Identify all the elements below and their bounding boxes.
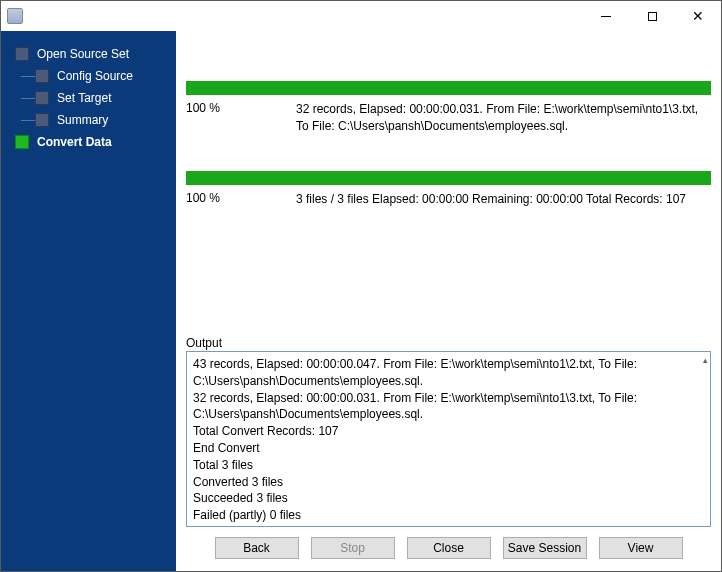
total-progress-block: 100 % 3 files / 3 files Elapsed: 00:00:0… (186, 171, 711, 208)
sidebar-item-open-source-set[interactable]: Open Source Set (1, 43, 176, 65)
window-controls: ✕ (583, 1, 721, 31)
back-button[interactable]: Back (215, 537, 299, 559)
output-line: Converted 3 files (193, 474, 704, 491)
total-progress-percent: 100 % (186, 191, 256, 208)
output-line: Failed (partly) 0 files (193, 507, 704, 524)
tree-node-icon (35, 69, 49, 83)
output-textbox[interactable]: ▴ 43 records, Elapsed: 00:00:00.047. Fro… (186, 351, 711, 527)
output-line: 43 records, Elapsed: 00:00:00.047. From … (193, 356, 704, 390)
sidebar-item-label: Set Target (57, 91, 111, 105)
main-panel: 100 % 32 records, Elapsed: 00:00:00.031.… (176, 31, 721, 571)
maximize-button[interactable] (629, 1, 675, 31)
minimize-button[interactable] (583, 1, 629, 31)
total-progress-info: 100 % 3 files / 3 files Elapsed: 00:00:0… (186, 191, 711, 208)
close-button[interactable]: Close (407, 537, 491, 559)
close-window-button[interactable]: ✕ (675, 1, 721, 31)
view-button[interactable]: View (599, 537, 683, 559)
file-progress-details: 32 records, Elapsed: 00:00:00.031. From … (296, 101, 711, 135)
file-progress-percent: 100 % (186, 101, 256, 135)
sidebar-item-label: Open Source Set (37, 47, 129, 61)
sidebar-item-summary[interactable]: Summary (1, 109, 176, 131)
scroll-up-icon[interactable]: ▴ (703, 354, 708, 367)
sidebar-item-label: Summary (57, 113, 108, 127)
sidebar: Open Source Set Config Source Set Target… (1, 31, 176, 571)
tree-node-icon (35, 113, 49, 127)
sidebar-item-set-target[interactable]: Set Target (1, 87, 176, 109)
progress-area: 100 % 32 records, Elapsed: 00:00:00.031.… (186, 31, 711, 330)
output-label: Output (186, 336, 711, 350)
tree-node-icon (15, 135, 29, 149)
stop-button: Stop (311, 537, 395, 559)
output-line: 32 records, Elapsed: 00:00:00.031. From … (193, 390, 704, 424)
sidebar-item-config-source[interactable]: Config Source (1, 65, 176, 87)
total-progress-bar (186, 171, 711, 185)
file-progress-block: 100 % 32 records, Elapsed: 00:00:00.031.… (186, 81, 711, 135)
sidebar-item-label: Convert Data (37, 135, 112, 149)
sidebar-item-label: Config Source (57, 69, 133, 83)
app-window: ✕ Open Source Set Config Source Set Targ… (0, 0, 722, 572)
button-row: Back Stop Close Save Session View (186, 527, 711, 563)
file-progress-bar (186, 81, 711, 95)
total-progress-details: 3 files / 3 files Elapsed: 00:00:00 Rema… (296, 191, 711, 208)
titlebar: ✕ (1, 1, 721, 31)
tree-node-icon (15, 47, 29, 61)
output-line: Succeeded 3 files (193, 490, 704, 507)
body-area: Open Source Set Config Source Set Target… (1, 31, 721, 571)
file-progress-info: 100 % 32 records, Elapsed: 00:00:00.031.… (186, 101, 711, 135)
output-line: Total Convert Records: 107 (193, 423, 704, 440)
text-caret: | (193, 524, 704, 527)
output-line: End Convert (193, 440, 704, 457)
output-line: Total 3 files (193, 457, 704, 474)
titlebar-left (7, 8, 29, 24)
tree-node-icon (35, 91, 49, 105)
sidebar-item-convert-data[interactable]: Convert Data (1, 131, 176, 153)
save-session-button[interactable]: Save Session (503, 537, 587, 559)
app-icon (7, 8, 23, 24)
wizard-tree: Open Source Set Config Source Set Target… (1, 43, 176, 153)
